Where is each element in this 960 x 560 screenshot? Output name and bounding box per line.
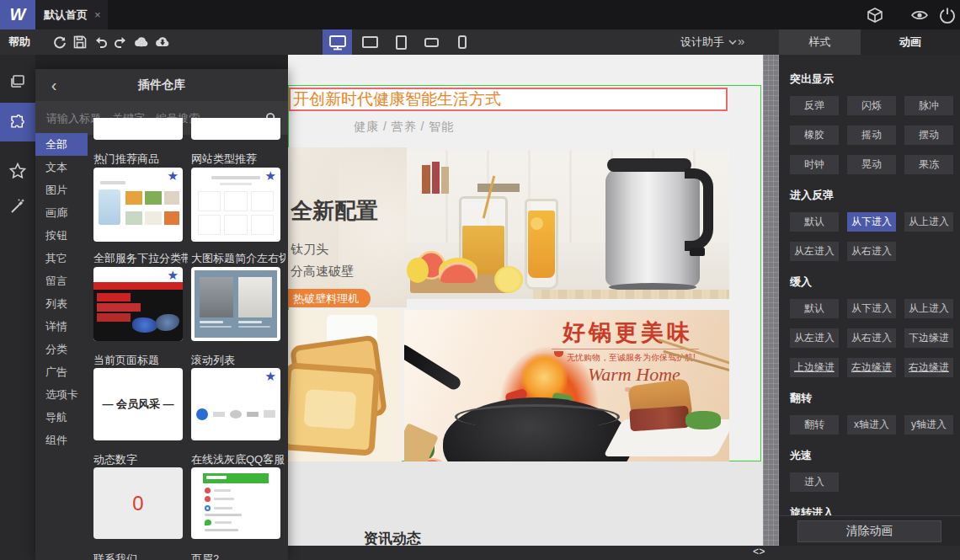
magic-wand-icon[interactable]	[0, 189, 35, 223]
plugin-card-partial[interactable]	[93, 118, 183, 140]
category-other[interactable]: 其它	[35, 247, 88, 269]
anim-button[interactable]: 摆动	[904, 125, 953, 145]
design-canvas[interactable]: 开创新时代健康智能生活方式 健康 / 营养 / 智能 全新配置 钛刀头 分高速破…	[288, 55, 763, 546]
category-detail[interactable]: 详情	[35, 315, 88, 338]
anim-button[interactable]: 橡胶	[790, 125, 839, 145]
kettle-lid	[607, 158, 691, 172]
category-message[interactable]: 留言	[35, 269, 88, 292]
plugins-puzzle-icon[interactable]	[0, 103, 35, 141]
anim-button[interactable]: 右边缘进	[904, 358, 953, 377]
anim-button[interactable]: 下边缘进	[904, 328, 953, 348]
anim-button[interactable]: 晃动	[847, 155, 896, 174]
power-icon[interactable]	[938, 6, 957, 24]
device-tablet-portrait-button[interactable]	[387, 29, 416, 55]
anim-button[interactable]: 从上进入	[904, 212, 953, 232]
plugin-card-bigimage-slider[interactable]	[191, 267, 280, 341]
app-logo[interactable]: W	[0, 0, 35, 29]
anim-button[interactable]: 时钟	[790, 155, 839, 174]
star-badge-icon[interactable]: ★	[168, 169, 179, 182]
clear-animation-button[interactable]: 清除动画	[797, 520, 941, 542]
wok-banner-image[interactable]: 好锅更美味 无忧购物，至诚服务为你保驾护航! Warm Home	[404, 310, 729, 461]
anim-button[interactable]: 默认	[790, 212, 839, 232]
plugin-card-site-types[interactable]: ★	[191, 168, 280, 242]
pages-icon[interactable]	[0, 65, 35, 99]
star-badge-icon[interactable]: ★	[168, 269, 179, 281]
anim-button[interactable]: 从左进入	[790, 328, 839, 348]
category-text[interactable]: 文本	[35, 156, 88, 179]
toast-banner-image[interactable]	[288, 310, 402, 461]
anim-button[interactable]: x轴进入	[847, 415, 896, 435]
category-gallery[interactable]: 画廊	[35, 201, 88, 224]
anim-button[interactable]: 从下进入	[847, 299, 896, 318]
anim-button[interactable]: 从右进入	[847, 328, 896, 348]
tab-animation[interactable]: 动画	[861, 29, 960, 55]
plugin-card-page-title[interactable]: — 会员风采 —	[93, 368, 183, 440]
tab-close-icon[interactable]: ×	[94, 8, 101, 21]
design-assistant-dropdown[interactable]: 设计助手	[680, 29, 737, 55]
star-badge-icon[interactable]: ★	[265, 370, 276, 382]
category-button[interactable]: 按钮	[35, 224, 88, 247]
cloud-upload-icon[interactable]	[133, 35, 148, 50]
subheading-text[interactable]: 健康 / 营养 / 智能	[354, 120, 454, 135]
undo-icon[interactable]	[93, 35, 109, 50]
anim-button[interactable]: 默认	[790, 299, 839, 318]
anim-button[interactable]: 从上进入	[904, 299, 953, 318]
plugin-card-partial[interactable]	[191, 118, 280, 140]
star-badge-icon[interactable]: ★	[265, 169, 276, 182]
anim-button[interactable]: y轴进入	[904, 415, 953, 435]
redo-icon[interactable]	[113, 35, 128, 50]
anim-button[interactable]: 从左进入	[790, 242, 839, 261]
code-view-icon[interactable]: <>	[753, 547, 765, 558]
category-component[interactable]: 组件	[35, 429, 88, 451]
save-icon[interactable]	[72, 35, 88, 50]
anim-button[interactable]: 上边缘进	[790, 358, 839, 377]
anim-button[interactable]: 摇动	[847, 125, 896, 145]
plugin-card-scroll-list[interactable]: ★	[191, 368, 280, 440]
help-button[interactable]: 帮助	[8, 29, 30, 55]
anim-button[interactable]: 脉冲	[904, 96, 953, 115]
category-tabs[interactable]: 选项卡	[35, 383, 88, 406]
category-image[interactable]: 图片	[35, 179, 88, 201]
anim-button[interactable]: 从右进入	[847, 242, 896, 261]
kettle-handle	[685, 168, 713, 251]
news-section-title[interactable]: 资讯动态	[364, 529, 421, 546]
anim-button[interactable]: 翻转	[790, 415, 839, 435]
product-banner-text-zone[interactable]: 全新配置 钛刀头 分高速破壁 热破壁料理机	[288, 147, 407, 307]
anim-button[interactable]: 闪烁	[847, 96, 896, 115]
banner-cta-button[interactable]: 热破壁料理机	[288, 289, 371, 307]
favorites-star-icon[interactable]	[0, 154, 35, 188]
device-phone-landscape-button[interactable]	[417, 29, 446, 55]
anim-button[interactable]: 进入	[790, 472, 839, 492]
plugin-card-hot-products[interactable]: ★	[93, 168, 183, 242]
canvas-scrollbar[interactable]	[763, 55, 779, 546]
device-desktop-button[interactable]	[323, 29, 352, 55]
refresh-icon[interactable]	[52, 35, 67, 50]
cloud-download-icon[interactable]	[154, 35, 169, 50]
category-classify[interactable]: 分类	[35, 338, 88, 360]
preview-eye-icon[interactable]	[910, 6, 929, 24]
device-tablet-landscape-button[interactable]	[355, 29, 385, 55]
anim-button[interactable]: 反弹	[790, 96, 839, 115]
category-nav[interactable]: 导航	[35, 406, 88, 429]
category-list[interactable]: 列表	[35, 292, 88, 315]
page-tab-title: 默认首页	[44, 8, 88, 23]
components-cube-icon[interactable]	[866, 6, 884, 24]
page-tab-default-home[interactable]: 默认首页 ×	[35, 0, 108, 29]
back-chevron-icon[interactable]: ‹	[35, 76, 72, 95]
book	[432, 162, 440, 194]
anim-button[interactable]: 果冻	[904, 155, 953, 174]
kettle-banner-image[interactable]	[407, 150, 729, 299]
heading-text-element[interactable]: 开创新时代健康智能生活方式	[289, 88, 728, 111]
device-phone-portrait-button[interactable]	[447, 29, 477, 55]
anim-button-active[interactable]: 从下进入	[847, 212, 896, 232]
shelf-item	[477, 184, 520, 192]
plugin-card-dropdown-category[interactable]: ★	[93, 267, 183, 341]
plugin-card-qq-service[interactable]	[191, 467, 280, 539]
section-title-flip: 翻转	[790, 391, 960, 406]
collapse-panel-chevrons[interactable]: »	[738, 34, 744, 48]
tab-style[interactable]: 样式	[779, 29, 861, 55]
anim-button[interactable]: 左边缘进	[847, 358, 896, 377]
category-ad[interactable]: 广告	[35, 360, 88, 383]
plugin-card-dynamic-number[interactable]: 0	[93, 467, 183, 539]
category-all[interactable]: 全部	[35, 133, 88, 156]
